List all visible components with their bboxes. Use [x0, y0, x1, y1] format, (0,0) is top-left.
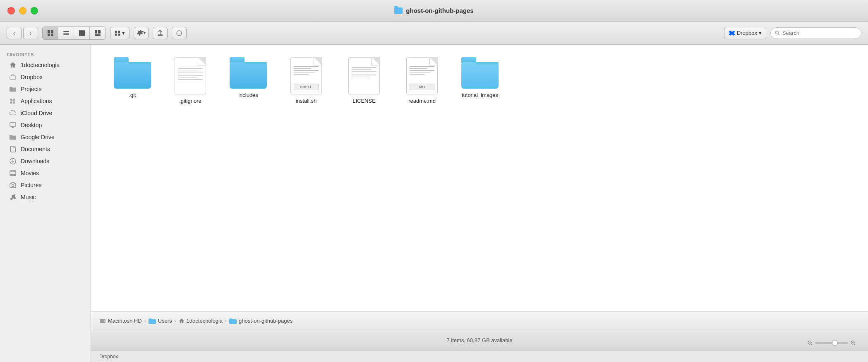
svg-line-33	[854, 344, 855, 345]
svg-point-26	[14, 197, 16, 199]
forward-button[interactable]: ›	[23, 27, 38, 39]
back-icon: ‹	[13, 30, 15, 36]
file-name-install-sh: install.sh	[296, 98, 317, 105]
maximize-button[interactable]	[31, 7, 38, 14]
sidebar-item-applications[interactable]: Applications	[2, 95, 88, 107]
share-icon	[157, 30, 163, 36]
zoom-slider[interactable]	[815, 342, 848, 344]
svg-point-25	[10, 198, 12, 200]
file-name-tutorial: tutorial_images	[462, 92, 498, 99]
list-view-button[interactable]	[58, 27, 74, 39]
zoom-out-icon	[808, 340, 813, 345]
file-item-includes[interactable]: includes	[223, 57, 273, 105]
sidebar-label-documents: Documents	[21, 146, 50, 152]
breadcrumb: Macintosh HD › Users › 1doctecnologia ›	[91, 311, 868, 330]
icon-view-button[interactable]	[43, 27, 58, 39]
file-item-git[interactable]: .git	[108, 57, 157, 105]
share-button[interactable]	[153, 27, 168, 39]
sidebar-item-music[interactable]: Music	[2, 191, 88, 203]
cover-view-button[interactable]	[90, 27, 106, 39]
group-by-chevron: ▾	[122, 30, 125, 36]
svg-rect-3	[51, 34, 53, 36]
action-chevron: ▾	[144, 31, 146, 35]
svg-rect-6	[63, 34, 69, 35]
sidebar-item-icloud[interactable]: iCloud Drive	[2, 107, 88, 119]
close-button[interactable]	[7, 7, 15, 14]
breadcrumb-ghost[interactable]: ghost-on-github-pages	[229, 318, 293, 324]
sidebar-label-dropbox: Dropbox	[21, 74, 43, 80]
folder-icon-includes	[230, 57, 267, 89]
svg-line-19	[778, 34, 779, 35]
svg-rect-1	[51, 30, 53, 33]
sidebar-item-desktop[interactable]: Desktop	[2, 119, 88, 131]
breadcrumb-label-ghost: ghost-on-github-pages	[239, 318, 293, 324]
sidebar-label-1doctecnologia: 1doctecnologia	[21, 62, 60, 68]
sidebar-item-1doctecnologia[interactable]: 1doctecnologia	[2, 59, 88, 71]
music-icon	[9, 193, 17, 201]
sidebar-item-documents[interactable]: Documents	[2, 143, 88, 155]
file-item-install-sh[interactable]: SHELL install.sh	[281, 57, 331, 105]
sidebar-item-projects[interactable]: Projects	[2, 83, 88, 95]
svg-rect-13	[115, 31, 117, 33]
cover-icon	[94, 30, 101, 36]
file-item-readme[interactable]: MD readme.md	[397, 57, 447, 105]
sidebar-item-movies[interactable]: Movies	[2, 167, 88, 179]
sidebar-label-pictures: Pictures	[21, 182, 42, 188]
breadcrumb-label-1doctecnologia: 1doctecnologia	[187, 318, 223, 324]
dropbox-icon	[729, 30, 735, 36]
toolbar: ‹ ›	[0, 22, 868, 45]
svg-rect-10	[95, 30, 97, 34]
sidebar-label-google-drive: Google Drive	[21, 134, 55, 140]
sidebar-item-pictures[interactable]: Pictures	[2, 179, 88, 191]
svg-point-17	[177, 31, 182, 36]
sidebar-label-downloads: Downloads	[21, 158, 49, 164]
window-title-text: ghost-on-github-pages	[406, 7, 473, 14]
grid-icon	[47, 30, 54, 36]
column-view-button[interactable]	[74, 27, 90, 39]
sidebar-item-google-drive[interactable]: Google Drive	[2, 131, 88, 143]
file-item-tutorial[interactable]: tutorial_images	[455, 57, 505, 105]
breadcrumb-1doctecnologia[interactable]: 1doctecnologia	[179, 318, 223, 324]
window-folder-icon	[394, 7, 403, 14]
file-name-git: .git	[129, 92, 136, 99]
doc-icon-license	[348, 57, 380, 94]
action-button[interactable]: ▾	[134, 27, 149, 39]
svg-rect-12	[95, 34, 101, 36]
zoom-thumb[interactable]	[832, 340, 838, 346]
briefcase-icon	[9, 73, 17, 81]
tag-button[interactable]	[172, 27, 187, 39]
title-bar: ghost-on-github-pages	[0, 0, 868, 22]
sidebar-item-downloads[interactable]: Downloads	[2, 155, 88, 167]
svg-rect-20	[10, 76, 16, 80]
file-name-readme: readme.md	[408, 98, 436, 105]
search-box[interactable]	[770, 27, 861, 39]
folder-blue-icon-users	[149, 318, 156, 324]
back-button[interactable]: ‹	[7, 27, 22, 39]
file-item-gitignore[interactable]: .gitignore	[165, 57, 215, 105]
doc-text-lines-readme	[410, 66, 434, 76]
tag-icon	[176, 30, 182, 36]
group-by-button[interactable]: ▾	[110, 27, 129, 39]
sidebar-section-title: Favorites	[0, 49, 91, 59]
doc-icon-gitignore	[175, 57, 206, 94]
search-input[interactable]	[782, 30, 857, 36]
sidebar-label-movies: Movies	[21, 170, 39, 176]
breadcrumb-users[interactable]: Users	[149, 318, 172, 324]
minimize-button[interactable]	[19, 7, 26, 14]
dropbox-button[interactable]: Dropbox ▾	[724, 27, 766, 39]
file-item-license[interactable]: LICENSE	[339, 57, 389, 105]
file-name-license: LICENSE	[352, 98, 376, 105]
breadcrumb-macintosh-hd[interactable]: Macintosh HD	[99, 318, 142, 324]
svg-point-24	[12, 185, 14, 187]
view-mode-buttons	[42, 27, 106, 40]
sidebar-item-dropbox[interactable]: Dropbox	[2, 71, 88, 83]
file-grid: .git .	[91, 45, 868, 311]
svg-rect-23	[10, 171, 16, 176]
file-name-includes: includes	[238, 92, 258, 99]
svg-rect-15	[115, 34, 117, 36]
status-info: 7 items, 60,87 GB available	[99, 337, 860, 343]
traffic-lights	[7, 7, 38, 14]
home-icon-breadcrumb	[179, 318, 185, 324]
dropbox-label: Dropbox	[737, 30, 757, 36]
folder-icon-tutorial	[461, 57, 499, 89]
